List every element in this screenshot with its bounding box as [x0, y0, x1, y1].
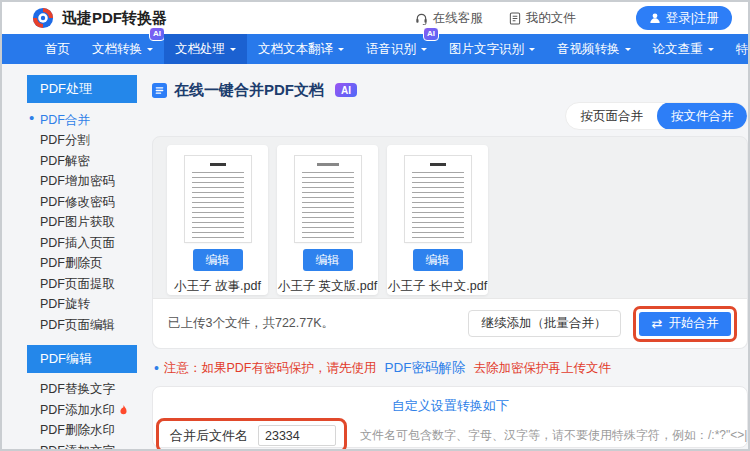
sidebar-item-label: PDF插入页面	[40, 235, 115, 252]
file-card: 编辑小王子 长中文.pdf	[387, 145, 488, 295]
ai-badge: AI	[423, 27, 439, 41]
sidebar-item-label: PDF替换文字	[40, 381, 115, 398]
start-merge-highlight: ⇄ 开始合并	[633, 306, 738, 342]
preview-title-bar	[317, 163, 339, 166]
edit-button[interactable]: 编辑	[193, 249, 243, 271]
merge-by-file-button[interactable]: 按文件合并	[657, 102, 748, 130]
nav-item-label: 文档处理	[175, 41, 225, 58]
nav-item-7[interactable]: 音视频转换	[546, 34, 642, 64]
sidebar-item-label: PDF页面编辑	[40, 317, 115, 334]
sidebar-item[interactable]: PDF删除页	[27, 254, 137, 275]
headset-icon	[415, 12, 428, 25]
chevron-down-icon	[147, 48, 153, 54]
sidebar-item[interactable]: •PDF合并	[27, 110, 137, 131]
my-files-label: 我的文件	[526, 10, 576, 27]
sidebar-item-label: PDF合并	[40, 112, 90, 129]
brand-logo-icon	[32, 7, 54, 29]
file-name: 小王子 长中文.pdf	[388, 278, 487, 295]
merge-mode-toggle: 按页面合并 按文件合并	[565, 102, 748, 130]
pdf-page-preview	[295, 156, 361, 242]
nav-item-label: 首页	[45, 41, 70, 58]
nav-item-label: 文档转换	[92, 41, 142, 58]
file-name: 小王子 英文版.pdf	[278, 278, 377, 295]
sidebar-item[interactable]: PDF旋转	[27, 295, 137, 316]
sidebar-item-label: PDF删除页	[40, 255, 103, 272]
settings-heading: 自定义设置转换如下	[153, 397, 747, 415]
note-prefix: 注意：如果PDF有密码保护，请先使用	[164, 360, 377, 377]
sidebar-item[interactable]: PDF删除水印	[27, 421, 137, 442]
flame-icon	[119, 405, 128, 416]
top-header: 迅捷PDF转换器 在线客服	[2, 2, 748, 34]
merge-by-page-button[interactable]: 按页面合并	[566, 102, 657, 130]
sidebar-item[interactable]: PDF替换文字	[27, 380, 137, 401]
brand[interactable]: 迅捷PDF转换器	[32, 7, 167, 29]
pdf-password-remove-link[interactable]: PDF密码解除	[384, 359, 465, 377]
sidebar-item[interactable]: PDF分割	[27, 131, 137, 152]
sidebar-item[interactable]: PDF修改密码	[27, 192, 137, 213]
chevron-down-icon	[230, 48, 236, 54]
my-files-link[interactable]: 我的文件	[509, 10, 576, 27]
file-card: 编辑小王子 故事.pdf	[167, 145, 268, 295]
document-icon	[152, 83, 167, 98]
chevron-down-icon	[625, 48, 631, 54]
sidebar-item[interactable]: PDF页面编辑	[27, 315, 137, 336]
preview-text-lines	[412, 172, 464, 238]
main-content: 在线一键合并PDF文档 AI 按页面合并 按文件合并 编辑小王子 故事.pdf编…	[137, 64, 750, 451]
chevron-down-icon	[338, 48, 344, 54]
edit-button[interactable]: 编辑	[413, 249, 463, 271]
page-title: 在线一键合并PDF文档	[174, 81, 324, 100]
login-register-button[interactable]: 登录|注册	[636, 6, 732, 30]
nav-item-8[interactable]: 论文查重	[642, 34, 725, 64]
file-icon	[509, 12, 521, 25]
page: 迅捷PDF转换器 在线客服	[0, 0, 750, 451]
filename-label: 合并后文件名	[170, 427, 248, 445]
start-merge-button[interactable]: ⇄ 开始合并	[639, 312, 732, 336]
online-service-link[interactable]: 在线客服	[415, 10, 483, 27]
brand-title: 迅捷PDF转换器	[62, 9, 167, 28]
preview-text-lines	[302, 172, 354, 238]
add-more-button[interactable]: 继续添加（批量合并）	[468, 310, 621, 337]
nav-item-3[interactable]: 文档处理	[164, 34, 247, 64]
sidebar-item-label: PDF图片获取	[40, 214, 115, 231]
login-register-label: 登录|注册	[666, 10, 719, 27]
file-card: 编辑小王子 英文版.pdf	[277, 145, 378, 295]
nav-item-6[interactable]: 图片文字识别	[438, 34, 546, 64]
sidebar-item-label: PDF删除水印	[40, 422, 115, 439]
password-note: • 注意：如果PDF有密码保护，请先使用 PDF密码解除 去除加密保护再上传文件	[154, 359, 748, 377]
sidebar-item[interactable]: PDF页面提取	[27, 274, 137, 295]
filename-hint: 文件名可包含数字、字母、汉字等，请不要使用特殊字符，例如：/:*?"<>|	[360, 427, 747, 444]
sidebar-item-label: PDF旋转	[40, 296, 90, 313]
sidebar-section-header-1: PDF处理	[27, 75, 137, 103]
start-merge-label: 开始合并	[668, 315, 718, 332]
sidebar-item[interactable]: PDF插入页面	[27, 233, 137, 254]
sidebar-section-items-2: PDF替换文字PDF添加水印PDF删除水印PDF添加文字	[27, 380, 137, 451]
sidebar-item-label: PDF添加文字	[40, 443, 115, 451]
nav-item-1[interactable]: 首页	[34, 34, 81, 64]
edit-button[interactable]: 编辑	[303, 249, 353, 271]
nav-item-5[interactable]: 语音识别AI	[355, 34, 438, 64]
sidebar-item-label: PDF修改密码	[40, 194, 115, 211]
sidebar-item-label: PDF页面提取	[40, 276, 115, 293]
online-service-label: 在线客服	[433, 10, 483, 27]
nav-item-4[interactable]: 文档文本翻译	[247, 34, 355, 64]
sidebar-section-header-2: PDF编辑	[27, 345, 137, 373]
nav-item-9[interactable]: 特色功能新	[725, 34, 750, 64]
ai-badge: AI	[335, 83, 357, 97]
sidebar-section-items-1: •PDF合并PDF分割PDF解密PDF增加密码PDF修改密码PDF图片获取PDF…	[27, 110, 137, 336]
sidebar-item[interactable]: PDF添加文字	[27, 441, 137, 451]
sidebar-item[interactable]: PDF解密	[27, 151, 137, 172]
sidebar-item[interactable]: PDF图片获取	[27, 213, 137, 234]
sidebar-item[interactable]: PDF添加水印	[27, 400, 137, 421]
chevron-down-icon	[708, 48, 714, 54]
nav-item-label: 论文查重	[653, 41, 703, 58]
chevron-down-icon	[421, 48, 427, 54]
swap-icon: ⇄	[652, 317, 663, 330]
filename-row: 合并后文件名 文件名可包含数字、字母、汉字等，请不要使用特殊字符，例如：/:*?…	[153, 418, 747, 451]
title-row: 在线一键合并PDF文档 AI	[152, 80, 748, 100]
nav-item-label: 特色功能	[736, 41, 750, 58]
sidebar-item-label: PDF增加密码	[40, 173, 115, 190]
nav-item-2[interactable]: 文档转换AI	[81, 34, 164, 64]
filename-input[interactable]	[258, 425, 336, 446]
preview-title-bar	[430, 163, 446, 166]
sidebar-item[interactable]: PDF增加密码	[27, 172, 137, 193]
